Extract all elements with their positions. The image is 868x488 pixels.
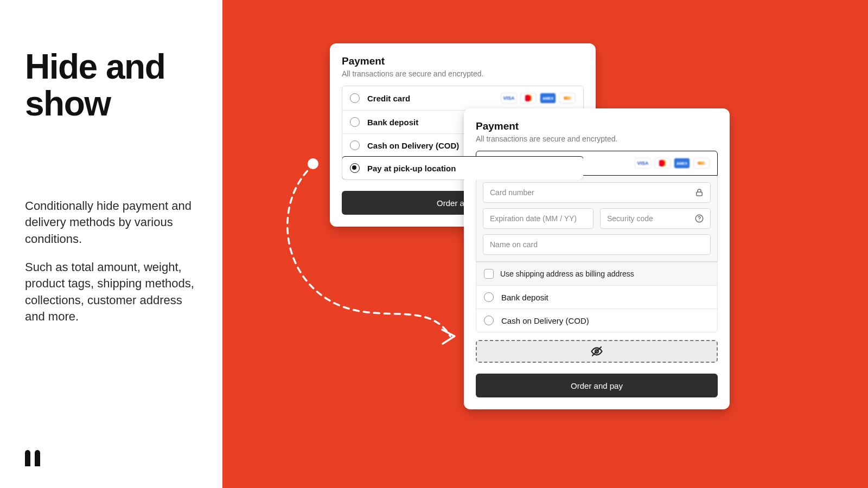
- method-label: Cash on Delivery (COD): [501, 316, 589, 325]
- card-brand-row: VISA AMEX: [501, 93, 576, 104]
- svg-rect-0: [697, 192, 703, 196]
- method-label: Bank deposit: [501, 293, 548, 302]
- radio-icon: [350, 93, 360, 103]
- eye-off-icon: [590, 345, 603, 358]
- hidden-method-placeholder: [476, 340, 718, 363]
- name-on-card-field: [483, 234, 711, 255]
- title-line: Hide and: [25, 49, 165, 86]
- name-on-card-input[interactable]: [483, 234, 711, 255]
- card-number-field: [483, 182, 711, 203]
- svg-point-2: [699, 220, 699, 221]
- card-form: [476, 176, 718, 262]
- card-subtitle: All transactions are secure and encrypte…: [342, 69, 584, 78]
- radio-icon: [484, 292, 494, 302]
- connector-start-dot: [308, 158, 318, 169]
- radio-icon: [350, 163, 360, 173]
- billing-checkbox-label: Use shipping address as billing address: [500, 269, 634, 278]
- radio-icon: [484, 316, 494, 325]
- page-title: Hide and show: [25, 49, 165, 123]
- method-label: Credit card: [367, 94, 410, 103]
- billing-same-as-shipping[interactable]: Use shipping address as billing address: [476, 262, 718, 286]
- method-label: Pay at pick-up location: [367, 164, 456, 173]
- lock-icon: [694, 188, 704, 197]
- card-subtitle: All transactions are secure and encrypte…: [476, 134, 718, 143]
- other-methods-list: Bank deposit Cash on Delivery (COD): [476, 286, 718, 332]
- card-number-input[interactable]: [483, 182, 711, 203]
- method-label: Cash on Delivery (COD): [367, 141, 459, 150]
- payment-method-bank-deposit[interactable]: Bank deposit: [476, 286, 717, 309]
- amex-icon: AMEX: [540, 93, 556, 104]
- description: Conditionally hide payment and delivery …: [25, 198, 199, 325]
- title-line: show: [25, 86, 165, 123]
- payment-method-cod[interactable]: Cash on Delivery (COD): [476, 309, 717, 332]
- visa-icon: VISA: [635, 158, 651, 169]
- cvc-field: [600, 208, 711, 229]
- order-and-pay-button[interactable]: Order and pay: [476, 374, 718, 397]
- payment-method-pickup[interactable]: Pay at pick-up location: [342, 156, 584, 180]
- description-para: Such as total amount, weight, product ta…: [25, 259, 199, 325]
- payment-card-after: Payment All transactions are secure and …: [464, 108, 730, 409]
- method-label: Bank deposit: [367, 118, 418, 127]
- radio-icon: [350, 117, 360, 127]
- help-icon[interactable]: [694, 214, 704, 223]
- mastercard-icon: [520, 93, 537, 104]
- card-heading: Payment: [476, 120, 718, 132]
- radio-icon: [350, 140, 360, 150]
- card-heading: Payment: [342, 55, 584, 67]
- expiry-field: [483, 208, 593, 229]
- amex-icon: AMEX: [674, 158, 690, 169]
- card-brand-row: VISA AMEX: [635, 158, 710, 169]
- visa-icon: VISA: [501, 93, 517, 104]
- description-para: Conditionally hide payment and delivery …: [25, 198, 199, 247]
- discover-icon: [559, 93, 576, 104]
- payment-method-credit-card[interactable]: Credit card VISA AMEX: [342, 86, 583, 110]
- checkbox-icon: [484, 269, 494, 279]
- discover-icon: [693, 158, 710, 169]
- expiry-input[interactable]: [483, 208, 593, 229]
- brand-logo: [25, 450, 40, 466]
- mastercard-icon: [654, 158, 671, 169]
